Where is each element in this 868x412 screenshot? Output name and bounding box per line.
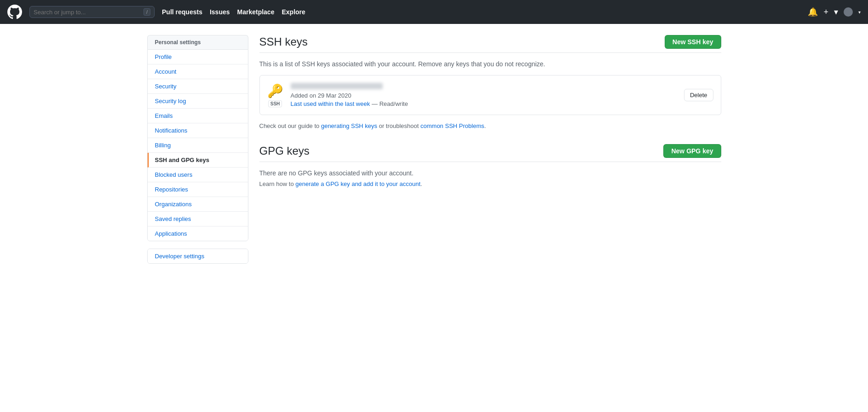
key-info: Added on 29 Mar 2020 Last used within th… <box>291 83 677 107</box>
delete-key-button[interactable]: Delete <box>684 89 713 101</box>
key-name-blurred <box>291 83 383 89</box>
key-last-used-text: Last used within the last week <box>291 100 370 107</box>
gpg-learn-link[interactable]: generate a GPG key and add it to your ac… <box>295 180 420 187</box>
generating-ssh-keys-link[interactable]: generating SSH keys <box>321 122 377 129</box>
slash-key-badge: / <box>144 8 150 16</box>
gpg-learn-text: Learn how to generate a GPG key and add … <box>259 180 721 187</box>
ssh-type-label: SSH <box>268 100 282 107</box>
navbar-right: 🔔 + ▾ ▾ <box>808 7 861 17</box>
sidebar-item-repositories[interactable]: Repositories <box>148 182 248 197</box>
sidebar-item-notifications[interactable]: Notifications <box>148 123 248 138</box>
search-box[interactable]: / <box>29 6 155 18</box>
sidebar-item-ssh-gpg[interactable]: SSH and GPG keys <box>148 153 248 168</box>
sidebar-section-title: Personal settings <box>147 35 248 49</box>
sidebar-item-security-log[interactable]: Security log <box>148 94 248 109</box>
sidebar-item-saved-replies[interactable]: Saved replies <box>148 212 248 226</box>
sidebar-nav: Profile Account Security Security log Em… <box>147 49 248 241</box>
sidebar-item-security[interactable]: Security <box>148 79 248 94</box>
nav-issues[interactable]: Issues <box>210 8 230 16</box>
navbar: / Pull requests Issues Marketplace Explo… <box>0 0 868 24</box>
key-added-date: Added on 29 Mar 2020 <box>291 92 677 99</box>
gpg-section-header: GPG keys New GPG key <box>259 144 721 162</box>
guide-prefix: Check out our guide to <box>259 122 321 129</box>
ssh-section-header: SSH keys New SSH key <box>259 35 721 53</box>
key-last-used: Last used within the last week — Read/wr… <box>291 100 677 107</box>
main-content: SSH keys New SSH key This is a list of S… <box>259 35 721 264</box>
key-separator: — <box>372 100 379 107</box>
guide-suffix: . <box>484 122 486 129</box>
new-gpg-key-button[interactable]: New GPG key <box>663 144 721 158</box>
sidebar-item-organizations[interactable]: Organizations <box>148 197 248 212</box>
notifications-icon[interactable]: 🔔 <box>808 7 818 17</box>
guide-middle: or troubleshoot <box>377 122 420 129</box>
github-logo[interactable] <box>7 5 22 19</box>
key-access-text: Read/write <box>379 100 408 107</box>
gpg-learn-prefix: Learn how to <box>259 180 296 187</box>
sidebar-item-developer-settings[interactable]: Developer settings <box>148 249 248 263</box>
sidebar-item-account[interactable]: Account <box>148 64 248 79</box>
sidebar-developer-settings: Developer settings <box>147 249 248 264</box>
nav-marketplace[interactable]: Marketplace <box>237 8 275 16</box>
new-ssh-key-button[interactable]: New SSH key <box>665 35 721 49</box>
sidebar: Personal settings Profile Account Securi… <box>147 35 248 264</box>
gpg-learn-suffix: . <box>420 180 422 187</box>
ssh-key-card: 🔑 SSH Added on 29 Mar 2020 Last used wit… <box>259 75 721 115</box>
plus-icon[interactable]: + <box>823 7 828 17</box>
avatar-caret-icon[interactable]: ▾ <box>858 10 861 15</box>
ssh-section: SSH keys New SSH key This is a list of S… <box>259 35 721 129</box>
nav-explore[interactable]: Explore <box>282 8 305 16</box>
ssh-section-description: This is a list of SSH keys associated wi… <box>259 60 721 68</box>
nav-pull-requests[interactable]: Pull requests <box>162 8 202 16</box>
page-wrapper: Personal settings Profile Account Securi… <box>140 24 729 275</box>
ssh-section-title: SSH keys <box>259 35 308 48</box>
ssh-guide-text: Check out our guide to generating SSH ke… <box>259 122 721 129</box>
navbar-links: Pull requests Issues Marketplace Explore <box>162 8 800 16</box>
key-icon-box: 🔑 SSH <box>267 83 283 107</box>
key-icon: 🔑 <box>267 83 283 99</box>
sidebar-item-billing[interactable]: Billing <box>148 138 248 153</box>
sidebar-item-applications[interactable]: Applications <box>148 226 248 241</box>
common-ssh-problems-link[interactable]: common SSH Problems <box>420 122 484 129</box>
search-input[interactable] <box>34 9 140 16</box>
gpg-section-title: GPG keys <box>259 145 310 157</box>
sidebar-item-profile[interactable]: Profile <box>148 50 248 64</box>
sidebar-item-blocked-users[interactable]: Blocked users <box>148 168 248 182</box>
gpg-description: There are no GPG keys associated with yo… <box>259 169 721 177</box>
sidebar-item-emails[interactable]: Emails <box>148 109 248 123</box>
gpg-section: GPG keys New GPG key There are no GPG ke… <box>259 144 721 187</box>
caret-icon: ▾ <box>834 7 838 17</box>
avatar[interactable] <box>844 7 853 17</box>
